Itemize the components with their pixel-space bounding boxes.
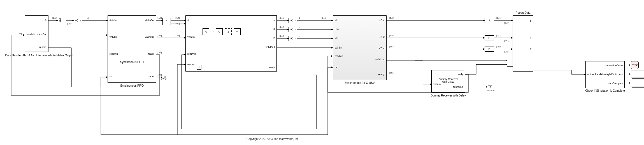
sig-dim: [1x1]: [161, 77, 166, 80]
sync-fifo-usv-name: Synchronous FIFO USV: [333, 81, 387, 84]
port-label: V: [273, 37, 275, 40]
sync-fifo-inner-label: Synchronous FIFO: [108, 61, 156, 64]
data-handler-block[interactable]: A readyIn validOut restart: [25, 15, 48, 52]
sig-dim: [1x4]: [157, 17, 162, 19]
sig-dim: [2x2]: [280, 26, 284, 28]
sig-dim: [2x1]: [280, 17, 284, 19]
port-label: sOut: [379, 19, 385, 22]
port-label: validOut: [37, 33, 47, 36]
reshape-block[interactable]: [58, 18, 66, 23]
wiring-canvas: [0, 0, 644, 145]
port-label: restart: [187, 63, 195, 66]
port-label: readyin: [335, 55, 343, 57]
dummy-receiver-block[interactable]: validIn ready countOut Dummy Receiver wi…: [431, 70, 465, 93]
reshape-v-r-block[interactable]: R: [485, 47, 494, 52]
record-data-block[interactable]: s u v: [513, 15, 533, 72]
sig-dim: [1x4]: [389, 45, 394, 48]
port-label: ready: [457, 73, 463, 76]
port-label: restart: [39, 46, 47, 49]
svd-core-block[interactable]: A validIn readyIn restart s U V validOut…: [185, 15, 277, 72]
stop-block[interactable]: STOP: [631, 61, 639, 69]
dummy-receiver-inner-label: Dummy Receiver with Delay: [432, 78, 465, 83]
port-label: rst: [335, 66, 338, 69]
sig-dim: [2x2]: [175, 22, 180, 25]
port-label: validIn: [335, 47, 342, 49]
sync-fifo-usv-block[interactable]: sIn UIn vIn validIn readyin rst sOut UOu…: [333, 15, 387, 80]
port-label: validIn: [433, 83, 441, 86]
reshape-r-block[interactable]: R: [162, 18, 171, 25]
sig-dim: [2x2]: [67, 22, 72, 25]
sig-dim: [2x1]: [496, 17, 501, 19]
svd-decomposition-graphic: A ➔ U Σ Vᵀ: [203, 28, 241, 35]
port-label: dataOut: [145, 19, 154, 22]
check-sim-name: Check if Simulation is Complete: [580, 89, 630, 92]
sig-dim: [2x2]: [496, 34, 501, 37]
sig-dim: [1x1]: [157, 73, 162, 76]
port-label: s: [274, 19, 275, 22]
display-validout-count[interactable]: 20: [631, 70, 644, 77]
model-ref-icon: ≠: [197, 65, 201, 70]
svd-A-box: A: [203, 28, 209, 35]
dummy-receiver-name: Dummy Receiver with Delay: [426, 94, 471, 97]
sig-dim: [1x1]: [157, 51, 162, 54]
arrow-icon: ➔: [211, 30, 214, 33]
port-label: readyIn: [187, 53, 196, 55]
port-label: validOut: [375, 58, 385, 61]
copyright-text: Copyright 2022-2023 The MathWorks, Inc.: [247, 137, 299, 141]
check-sim-block[interactable]: output handshaking simulationDone validO…: [585, 61, 625, 88]
sig-dim: [2x2]: [496, 45, 501, 48]
port-label: num: [149, 75, 154, 78]
sig-dim: 4: [299, 26, 300, 28]
sig-dim: [2x2]: [280, 35, 284, 37]
port-label: v: [530, 48, 532, 50]
to-vector-block[interactable]: U( : ): [74, 18, 82, 23]
port-label: validOut count: [606, 73, 623, 76]
sig-dim: 2: [299, 17, 300, 19]
port-label: readyIn: [27, 33, 35, 36]
sync-fifo-name: Synchronous FIFO: [108, 84, 156, 87]
sig-dim: [2x2]: [52, 17, 57, 19]
port-label: rst: [110, 75, 112, 78]
port-label: ready: [148, 53, 154, 55]
sig-dim: [2x2]: [504, 39, 509, 42]
to-vector-s-block[interactable]: U( : ): [289, 18, 297, 23]
port-label: simulationDone: [605, 64, 623, 67]
svd-S-box: Σ: [225, 28, 232, 35]
port-label: ready: [268, 66, 275, 69]
port-label: readyin: [110, 53, 118, 55]
port-label: validIn: [110, 36, 117, 38]
port-label: validOut: [266, 46, 275, 49]
port-label: sIn: [335, 19, 338, 22]
sig-dim: [2x2]: [504, 50, 509, 53]
to-vector-v-block[interactable]: U( : ): [289, 36, 297, 41]
sig-dim: [1x1]: [389, 72, 394, 74]
port-label: A: [187, 19, 189, 22]
sig-dim: 4: [299, 35, 300, 37]
sig-dim: [1x2]: [389, 17, 394, 19]
port-label: validIn: [187, 36, 195, 38]
port-label: output handshaking: [587, 73, 610, 76]
port-label: countOut: [453, 86, 463, 88]
port-label: ready: [378, 73, 385, 76]
to-vector-u-block[interactable]: U( : ): [289, 27, 297, 32]
port-label: dataIn: [110, 19, 117, 22]
port-label: numSamples: [608, 82, 623, 85]
reshape-u-r-block[interactable]: R: [485, 35, 494, 40]
sig-dim: [2x2]: [175, 17, 180, 19]
sig-dim: [1x1]: [157, 34, 162, 37]
svd-U-box: U: [216, 28, 223, 35]
port-label: UIn: [335, 28, 339, 31]
sig-dim: 4: [87, 17, 89, 19]
display-numsamples[interactable]: 20: [631, 79, 644, 86]
port-label: U: [273, 28, 275, 31]
port-label: vIn: [335, 37, 338, 40]
testport-label: testPort: [487, 89, 495, 92]
sync-fifo-block[interactable]: dataIn dataOut validIn validOut readyin …: [108, 15, 156, 83]
port-label: VOut: [379, 47, 385, 50]
sig-dim: [2x1]: [504, 22, 509, 24]
reshape-s-block[interactable]: ⁞: [485, 18, 494, 23]
svd-V-box: Vᵀ: [234, 28, 241, 35]
port-label: A: [45, 19, 47, 22]
port-label: UOut: [379, 36, 385, 38]
terminator-icon: [488, 86, 492, 89]
